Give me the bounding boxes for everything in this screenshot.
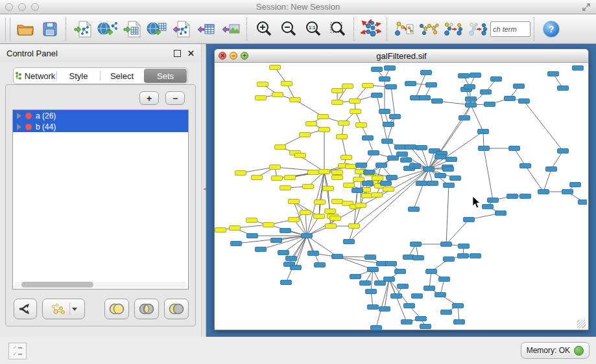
network-view[interactable]	[215, 63, 587, 330]
window-zoom-button[interactable]	[31, 3, 39, 11]
window-minimize-button[interactable]	[18, 3, 26, 11]
export-table-button[interactable]	[194, 17, 219, 41]
network-tree-icon	[15, 72, 22, 80]
frame-close-button[interactable]: ✕	[219, 52, 226, 60]
tab-sets[interactable]: Sets	[144, 69, 187, 83]
import-network-file-button[interactable]	[71, 17, 95, 41]
help-icon: ?	[549, 24, 554, 34]
control-panel-header: Control Panel ✕	[0, 44, 201, 62]
export-image-button[interactable]	[219, 17, 243, 41]
tab-sets-label: Sets	[157, 71, 174, 81]
import-network-web-button[interactable]	[95, 17, 120, 41]
panel-splitter[interactable]: ◄	[201, 44, 206, 337]
window-title: Session: New Session	[0, 2, 596, 12]
sets-toolbar	[14, 299, 189, 319]
create-set-dropdown-button[interactable]	[42, 299, 85, 319]
import-network-web-icon	[97, 20, 118, 38]
zoom-in-icon	[255, 20, 273, 38]
open-session-button[interactable]	[13, 17, 38, 41]
memory-ok-indicator	[574, 346, 584, 356]
new-network-faded-icon	[467, 19, 489, 39]
new-network-selected-icon	[442, 19, 464, 39]
export-network-icon	[172, 20, 191, 38]
zoom-selected-region-button[interactable]	[326, 17, 350, 41]
task-monitor-button[interactable]: ✓ ✓	[8, 343, 27, 359]
svg-text:1:1: 1:1	[309, 25, 315, 30]
toolbar-drag-handle[interactable]	[5, 17, 10, 41]
set-label: a (26)	[36, 111, 56, 120]
network-frame[interactable]: ✕ − + galFiltered.sif	[214, 49, 589, 330]
export-table-icon	[197, 20, 216, 38]
check-icon: ✓	[13, 352, 18, 357]
tab-network[interactable]: Network	[14, 69, 56, 83]
set-row-a[interactable]: a (26)	[13, 110, 188, 121]
tab-select[interactable]: Select	[101, 69, 143, 83]
add-set-button[interactable]: +	[139, 91, 159, 105]
status-bar: ✓ ✓ Memory: OK	[0, 337, 596, 364]
main-toolbar: 1:1	[0, 15, 596, 44]
control-panel: Control Panel ✕ Network Style Select Set…	[0, 44, 201, 337]
window-close-button[interactable]	[5, 3, 13, 11]
fullscreen-arrows-icon[interactable]	[582, 3, 591, 12]
save-floppy-icon	[41, 20, 59, 38]
select-first-neighbors-button[interactable]	[416, 17, 441, 41]
close-panel-icon[interactable]: ✕	[187, 51, 195, 56]
venn-intersection-icon	[138, 303, 155, 315]
tab-network-label: Network	[25, 71, 56, 81]
import-table-web-icon	[147, 20, 167, 38]
union-sets-button[interactable]	[104, 299, 129, 319]
intersection-sets-button[interactable]	[134, 299, 159, 319]
difference-sets-button[interactable]	[164, 299, 189, 319]
help-button[interactable]: ?	[543, 21, 560, 38]
frame-minimize-button[interactable]: −	[230, 52, 237, 60]
zoom-out-button[interactable]	[276, 17, 301, 41]
sets-panel: + − a (26) b (44)	[5, 84, 196, 326]
expander-triangle-icon[interactable]	[17, 124, 21, 130]
new-network-from-selected-selected-edges-button[interactable]	[466, 17, 490, 41]
expander-triangle-icon[interactable]	[17, 113, 21, 119]
toolbar-separator	[246, 17, 248, 41]
network-frame-titlebar[interactable]: ✕ − + galFiltered.sif	[215, 49, 588, 63]
search-input[interactable]	[490, 21, 530, 37]
tab-style-label: Style	[69, 71, 88, 81]
save-session-button[interactable]	[38, 17, 62, 41]
import-table-file-icon	[123, 20, 142, 38]
network-frame-title: galFiltered.sif	[215, 51, 588, 61]
export-image-icon	[221, 20, 241, 38]
control-panel-title: Control Panel	[6, 49, 58, 58]
set-label: b (44)	[36, 122, 56, 131]
frame-maximize-button[interactable]: +	[241, 52, 248, 60]
sets-list[interactable]: a (26) b (44)	[12, 109, 189, 290]
tab-style[interactable]: Style	[57, 69, 100, 83]
new-network-from-selected-all-edges-button[interactable]	[441, 17, 466, 41]
set-row-b[interactable]: b (44)	[13, 121, 188, 132]
export-network-button[interactable]	[169, 17, 194, 41]
copy-network-to-clipboard-button[interactable]	[392, 17, 416, 41]
window-titlebar[interactable]: Session: New Session	[0, 0, 596, 14]
memory-status-button[interactable]: Memory: OK	[521, 342, 590, 359]
venn-difference-icon	[168, 303, 185, 315]
apply-layout-button[interactable]	[359, 17, 383, 41]
float-panel-icon[interactable]	[174, 50, 181, 57]
network-graph[interactable]	[215, 63, 587, 330]
tab-select-label: Select	[110, 71, 134, 81]
hscrollbar-thumb[interactable]	[21, 282, 94, 288]
zoom-one-to-one-icon: 1:1	[304, 20, 322, 38]
import-table-web-button[interactable]	[145, 17, 169, 41]
zoom-actual-size-button[interactable]: 1:1	[301, 17, 326, 41]
set-color-icon	[25, 124, 32, 130]
sets-list-hscrollbar[interactable]	[14, 282, 187, 288]
zoom-out-icon	[280, 20, 298, 38]
import-table-file-button[interactable]	[120, 17, 145, 41]
import-network-file-icon	[73, 20, 93, 38]
network-to-document-icon	[394, 19, 414, 39]
split-arrows-icon	[18, 302, 32, 315]
split-sets-button[interactable]	[14, 299, 37, 319]
set-color-icon	[25, 113, 32, 119]
zoom-in-button[interactable]	[252, 17, 276, 41]
control-panel-tabs: Network Style Select Sets	[13, 67, 188, 84]
toolbar-separator	[353, 17, 355, 41]
check-icon: ✓	[13, 345, 18, 350]
frame-resize-grip[interactable]	[577, 320, 586, 328]
remove-set-button[interactable]: −	[165, 91, 185, 105]
